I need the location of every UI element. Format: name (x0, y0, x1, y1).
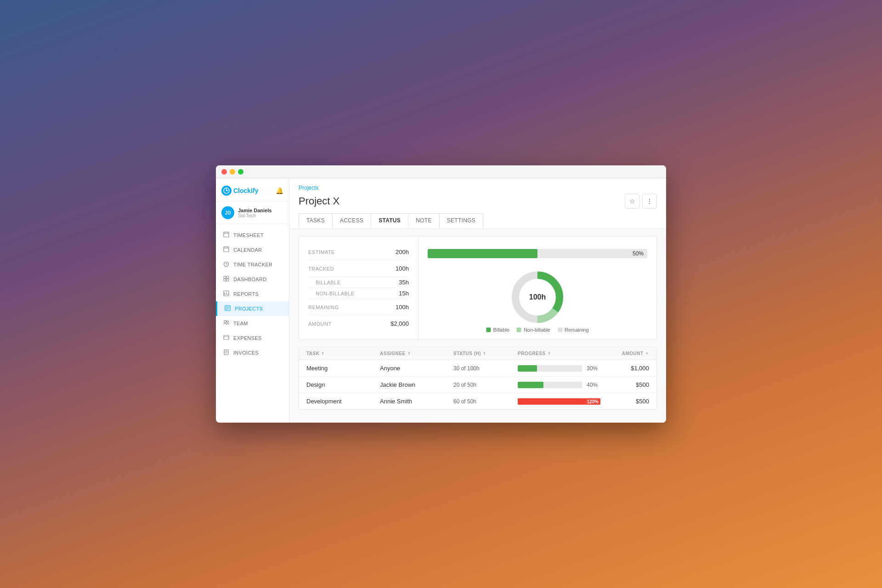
maximize-button[interactable] (238, 169, 243, 175)
task-progress-cell: 40% (518, 382, 603, 388)
sidebar-item-reports[interactable]: REPORTS (216, 287, 289, 301)
titlebar (216, 165, 666, 178)
logo-icon (221, 186, 232, 196)
sidebar-item-label: EXPENSES (233, 335, 262, 341)
svg-point-27 (226, 321, 228, 322)
task-table: TASK ⬆ ASSIGNEE ⬆ STATUS (h) ⬆ PROGRES (299, 347, 657, 410)
sidebar-item-label: TEAM (233, 321, 248, 326)
sidebar-item-projects[interactable]: PROJECTS (216, 301, 289, 316)
task-progress-fill (518, 365, 537, 372)
amount-row: AMOUNT $2,000 (308, 316, 409, 332)
breadcrumb[interactable]: Projects (299, 185, 657, 191)
th-status: STATUS (h) ⬆ (453, 351, 518, 356)
tabs: TASKS ACCESS STATUS NOTE SETTINGS (299, 213, 657, 228)
stats-left: ESTIMATE 200h TRACKED 100h BILLABLE 35h (299, 237, 418, 339)
donut-label: 100h (529, 293, 546, 301)
amount-label: AMOUNT (308, 321, 332, 327)
sidebar-item-dashboard[interactable]: DASHBOARD (216, 272, 289, 287)
nav-menu: TIMESHEET CALENDAR (216, 224, 289, 423)
task-status: 60 of 50h (453, 398, 518, 405)
notifications-icon[interactable]: 🔔 (276, 187, 283, 194)
legend-non-billable-label: Non-billable (524, 327, 550, 333)
sidebar: Clockify 🔔 JD Jamie Daniels Sol-Tech (216, 178, 289, 423)
sidebar-item-label: TIMESHEET (233, 232, 264, 238)
task-progress-fill (518, 382, 543, 388)
header-actions: ☆ ⋮ (625, 194, 657, 209)
tab-tasks[interactable]: TASKS (299, 213, 333, 228)
sort-task-icon[interactable]: ⬆ (321, 351, 325, 356)
svg-rect-15 (226, 276, 229, 278)
table-row: Meeting Anyone 30 of 100h 30% $1,000 (299, 360, 656, 377)
task-progress-pct: 30% (587, 365, 603, 372)
sidebar-item-label: DASHBOARD (233, 277, 266, 282)
app-body: Clockify 🔔 JD Jamie Daniels Sol-Tech (216, 178, 666, 423)
th-amount: AMOUNT ▼ (603, 351, 649, 356)
tracked-row: TRACKED 100h (308, 260, 409, 277)
legend-non-billable-dot (517, 328, 521, 332)
sort-progress-icon[interactable]: ⬆ (548, 351, 551, 356)
sort-amount-icon[interactable]: ▼ (645, 351, 649, 356)
reports-icon (222, 290, 230, 298)
page-title: Project X (299, 195, 339, 207)
task-progress-bar (518, 382, 582, 388)
timesheet-icon (222, 232, 230, 239)
legend-remaining-label: Remaining (565, 327, 589, 333)
task-name: Meeting (306, 365, 380, 372)
legend-billable: Billable (486, 327, 509, 333)
tracked-value: 100h (396, 265, 409, 272)
sidebar-item-timesheet[interactable]: TIMESHEET (216, 228, 289, 243)
task-amount: $500 (603, 381, 649, 388)
remaining-row: REMAINING 100h (308, 299, 409, 316)
svg-rect-28 (224, 335, 229, 339)
task-progress-bar: 120% (518, 398, 600, 405)
time-tracker-icon (222, 261, 230, 268)
minimize-button[interactable] (230, 169, 235, 175)
expenses-icon (222, 334, 230, 342)
sidebar-item-time-tracker[interactable]: TIME TRACKER (216, 257, 289, 272)
task-assignee: Jackie Brown (380, 381, 453, 388)
sidebar-header: Clockify 🔔 (216, 178, 289, 202)
sidebar-item-invoices[interactable]: INVOICES (216, 345, 289, 360)
tab-note[interactable]: NOTE (408, 213, 440, 228)
user-info: Jamie Daniels Sol-Tech (238, 208, 271, 218)
stats-card: ESTIMATE 200h TRACKED 100h BILLABLE 35h (299, 236, 657, 339)
sidebar-item-expenses[interactable]: EXPENSES (216, 331, 289, 345)
more-options-button[interactable]: ⋮ (642, 194, 657, 209)
tab-status[interactable]: STATUS (371, 213, 408, 228)
invoices-icon (222, 349, 230, 356)
sidebar-item-calendar[interactable]: CALENDAR (216, 243, 289, 257)
legend-non-billable: Non-billable (517, 327, 550, 333)
user-name: Jamie Daniels (238, 208, 271, 213)
th-progress: PROGRESS ⬆ (518, 351, 603, 356)
page-title-row: Project X ☆ ⋮ (299, 194, 657, 213)
task-assignee: Anyone (380, 365, 453, 372)
svg-rect-7 (224, 247, 229, 252)
favorite-button[interactable]: ☆ (625, 194, 639, 209)
sort-assignee-icon[interactable]: ⬆ (407, 351, 411, 356)
legend-billable-dot (486, 328, 491, 332)
non-billable-label: NON-BILLABLE (316, 291, 355, 296)
close-button[interactable] (221, 169, 227, 175)
task-assignee: Annie Smith (380, 398, 453, 405)
chart-legend: Billable Non-billable Remaining (486, 327, 588, 333)
tab-access[interactable]: ACCESS (333, 213, 371, 228)
sidebar-item-team[interactable]: TEAM (216, 316, 289, 331)
svg-rect-14 (224, 276, 226, 278)
svg-rect-16 (224, 279, 226, 281)
window-controls (221, 169, 243, 175)
estimate-row: ESTIMATE 200h (308, 244, 409, 260)
task-progress-bar-label: 120% (587, 399, 599, 404)
th-assignee: ASSIGNEE ⬆ (380, 351, 453, 356)
tab-settings[interactable]: SETTINGS (440, 213, 483, 228)
task-amount: $500 (603, 398, 649, 405)
remaining-value: 100h (396, 304, 409, 311)
sort-status-icon[interactable]: ⬆ (483, 351, 486, 356)
sidebar-item-label: TIME TRACKER (233, 262, 272, 267)
main-header: Projects Project X ☆ ⋮ TASKS ACCESS STAT… (289, 178, 666, 229)
progress-label: 50% (633, 250, 644, 257)
team-icon (222, 320, 230, 327)
legend-remaining-dot (558, 328, 562, 332)
donut-wrapper: 100h (508, 267, 567, 327)
billable-value: 35h (399, 279, 409, 286)
task-name: Development (306, 398, 380, 405)
